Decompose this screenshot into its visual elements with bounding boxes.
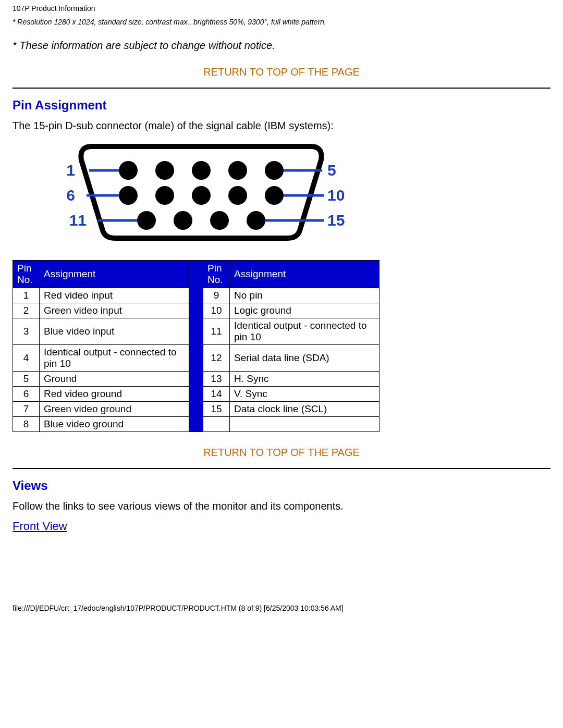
table-row: 5 Ground 13 H. Sync [13, 372, 380, 387]
svg-point-6 [155, 186, 174, 205]
svg-point-7 [192, 186, 211, 205]
resolution-note: * Resolution 1280 x 1024, standard size,… [0, 15, 563, 28]
table-row: 4 Identical output - connected to pin 10… [13, 345, 380, 372]
table-row: 3 Blue video input 11 Identical output -… [13, 318, 380, 345]
front-view-link[interactable]: Front View [13, 520, 67, 533]
svg-point-3 [228, 161, 247, 180]
svg-point-12 [210, 211, 229, 230]
table-row: 7 Green video ground 15 Data clock line … [13, 402, 380, 417]
svg-point-0 [119, 161, 138, 180]
pin-label-11: 11 [69, 212, 87, 229]
svg-point-9 [265, 186, 284, 205]
table-row: 8 Blue video ground [13, 417, 380, 432]
pin-label-5: 5 [327, 162, 336, 179]
col-header-pin-no: Pin No. [203, 261, 230, 288]
pin-label-1: 1 [66, 162, 75, 179]
divider [13, 88, 550, 89]
table-row: 1 Red video input 9 No pin [13, 288, 380, 303]
col-header-assignment: Assignment [40, 261, 189, 288]
table-separator [189, 261, 203, 288]
pin-label-6: 6 [66, 187, 75, 204]
views-intro-text: Follow the links to see various views of… [13, 500, 550, 512]
page-header: 107P Product Information [0, 0, 563, 15]
svg-point-2 [192, 161, 211, 180]
return-top-link[interactable]: RETURN TO TOP OF THE PAGE [203, 66, 360, 78]
return-top-link[interactable]: RETURN TO TOP OF THE PAGE [203, 447, 360, 458]
views-heading: Views [13, 478, 550, 493]
svg-point-5 [119, 186, 138, 205]
col-header-assignment: Assignment [230, 261, 380, 288]
dsub-connector-diagram: 1 6 11 5 10 15 [34, 139, 550, 245]
page-footer: file:///D|/EDFU/crt_17/edoc/english/107P… [0, 590, 563, 619]
change-notice: * These information are subject to chang… [13, 40, 550, 52]
pin-assignment-heading: Pin Assignment [13, 98, 550, 113]
col-header-pin-no: Pin No. [13, 261, 40, 288]
pin-label-10: 10 [327, 187, 345, 204]
svg-point-13 [247, 211, 265, 230]
table-row: 2 Green video input 10 Logic ground [13, 303, 380, 318]
pin-assignment-table: Pin No. Assignment Pin No. Assignment 1 … [13, 260, 380, 432]
table-row: 6 Red video ground 14 V. Sync [13, 387, 380, 402]
svg-point-4 [265, 161, 284, 180]
pin-label-15: 15 [327, 212, 345, 229]
svg-point-10 [137, 211, 156, 230]
svg-point-1 [155, 161, 174, 180]
divider [13, 468, 550, 469]
pin-intro-text: The 15-pin D-sub connector (male) of the… [13, 120, 550, 132]
svg-point-11 [174, 211, 192, 230]
svg-point-8 [228, 186, 247, 205]
